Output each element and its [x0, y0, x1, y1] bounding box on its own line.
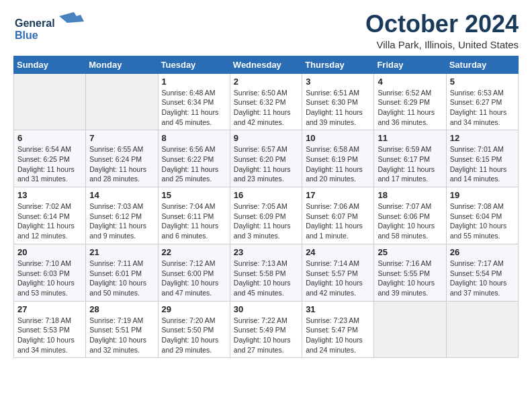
cell-content: Sunrise: 7:02 AMSunset: 6:14 PMDaylight:… [17, 201, 82, 241]
cell-content: Sunrise: 6:59 AMSunset: 6:17 PMDaylight:… [378, 144, 442, 184]
cell-content: Sunrise: 7:08 AMSunset: 6:04 PMDaylight:… [450, 201, 515, 241]
day-header-wednesday: Wednesday [230, 56, 302, 73]
cell-content: Sunrise: 7:11 AMSunset: 6:01 PMDaylight:… [89, 259, 154, 298]
cell-content: Sunrise: 7:01 AMSunset: 6:15 PMDaylight:… [450, 144, 515, 184]
calendar-cell: 23Sunrise: 7:13 AMSunset: 5:58 PMDayligh… [230, 244, 302, 301]
calendar-week-row: 6Sunrise: 6:54 AMSunset: 6:25 PMDaylight… [14, 130, 519, 187]
day-number: 7 [89, 133, 154, 143]
cell-content: Sunrise: 7:14 AMSunset: 5:57 PMDaylight:… [306, 259, 370, 298]
day-number: 26 [450, 247, 515, 257]
svg-text:General: General [15, 17, 55, 29]
day-header-thursday: Thursday [302, 56, 374, 73]
calendar-cell: 31Sunrise: 7:23 AMSunset: 5:47 PMDayligh… [302, 301, 374, 358]
calendar-week-row: 20Sunrise: 7:10 AMSunset: 6:03 PMDayligh… [14, 244, 519, 301]
calendar-cell: 14Sunrise: 7:03 AMSunset: 6:12 PMDayligh… [86, 187, 158, 244]
cell-content: Sunrise: 6:50 AMSunset: 6:32 PMDaylight:… [234, 88, 298, 128]
cell-content: Sunrise: 7:16 AMSunset: 5:55 PMDaylight:… [378, 259, 442, 298]
day-number: 8 [162, 133, 226, 143]
day-number: 5 [450, 77, 515, 87]
cell-content: Sunrise: 7:05 AMSunset: 6:09 PMDaylight:… [234, 201, 298, 241]
calendar-cell: 13Sunrise: 7:02 AMSunset: 6:14 PMDayligh… [14, 187, 86, 244]
day-number: 14 [89, 190, 154, 200]
calendar-cell [14, 73, 86, 130]
calendar-cell: 9Sunrise: 6:57 AMSunset: 6:20 PMDaylight… [230, 130, 302, 187]
cell-content: Sunrise: 6:51 AMSunset: 6:30 PMDaylight:… [306, 88, 370, 128]
calendar-cell: 17Sunrise: 7:06 AMSunset: 6:07 PMDayligh… [302, 187, 374, 244]
day-number: 4 [378, 77, 442, 87]
cell-content: Sunrise: 6:56 AMSunset: 6:22 PMDaylight:… [162, 144, 226, 184]
calendar-cell: 6Sunrise: 6:54 AMSunset: 6:25 PMDaylight… [14, 130, 86, 187]
calendar-cell: 16Sunrise: 7:05 AMSunset: 6:09 PMDayligh… [230, 187, 302, 244]
cell-content: Sunrise: 7:13 AMSunset: 5:58 PMDaylight:… [234, 259, 298, 298]
calendar-cell: 10Sunrise: 6:58 AMSunset: 6:19 PMDayligh… [302, 130, 374, 187]
cell-content: Sunrise: 7:22 AMSunset: 5:49 PMDaylight:… [234, 316, 298, 355]
calendar-cell: 22Sunrise: 7:12 AMSunset: 6:00 PMDayligh… [158, 244, 230, 301]
calendar-cell: 7Sunrise: 6:55 AMSunset: 6:24 PMDaylight… [86, 130, 158, 187]
day-header-tuesday: Tuesday [158, 56, 230, 73]
cell-content: Sunrise: 7:04 AMSunset: 6:11 PMDaylight:… [162, 201, 226, 241]
cell-content: Sunrise: 7:18 AMSunset: 5:53 PMDaylight:… [17, 316, 82, 355]
day-number: 9 [234, 133, 298, 143]
day-header-friday: Friday [374, 56, 446, 73]
calendar-cell [446, 301, 518, 358]
day-number: 24 [306, 247, 370, 257]
day-number: 16 [234, 190, 298, 200]
header: General Blue October 2024 Villa Park, Il… [13, 11, 519, 50]
cell-content: Sunrise: 7:12 AMSunset: 6:00 PMDaylight:… [162, 259, 226, 298]
calendar-cell [86, 73, 158, 130]
cell-content: Sunrise: 7:23 AMSunset: 5:47 PMDaylight:… [306, 316, 370, 355]
day-number: 19 [450, 190, 515, 200]
day-number: 1 [162, 77, 226, 87]
calendar-week-row: 1Sunrise: 6:48 AMSunset: 6:34 PMDaylight… [14, 73, 519, 130]
day-number: 10 [306, 133, 370, 143]
day-number: 29 [162, 304, 226, 314]
calendar-cell [374, 301, 446, 358]
day-number: 12 [450, 133, 515, 143]
calendar-header-row: SundayMondayTuesdayWednesdayThursdayFrid… [14, 56, 519, 73]
day-number: 22 [162, 247, 226, 257]
logo: General Blue [13, 11, 87, 44]
day-number: 15 [162, 190, 226, 200]
cell-content: Sunrise: 7:17 AMSunset: 5:54 PMDaylight:… [450, 259, 515, 298]
day-number: 31 [306, 304, 370, 314]
logo-svg: General Blue [13, 11, 87, 44]
calendar-cell: 1Sunrise: 6:48 AMSunset: 6:34 PMDaylight… [158, 73, 230, 130]
month-title: October 2024 [365, 11, 519, 38]
calendar-cell: 18Sunrise: 7:07 AMSunset: 6:06 PMDayligh… [374, 187, 446, 244]
day-number: 28 [89, 304, 154, 314]
cell-content: Sunrise: 6:54 AMSunset: 6:25 PMDaylight:… [17, 144, 82, 184]
calendar-cell: 21Sunrise: 7:11 AMSunset: 6:01 PMDayligh… [86, 244, 158, 301]
cell-content: Sunrise: 7:06 AMSunset: 6:07 PMDaylight:… [306, 201, 370, 241]
title-block: October 2024 Villa Park, Illinois, Unite… [365, 11, 519, 50]
day-number: 25 [378, 247, 442, 257]
calendar-cell: 29Sunrise: 7:20 AMSunset: 5:50 PMDayligh… [158, 301, 230, 358]
calendar-cell: 4Sunrise: 6:52 AMSunset: 6:29 PMDaylight… [374, 73, 446, 130]
calendar-cell: 8Sunrise: 6:56 AMSunset: 6:22 PMDaylight… [158, 130, 230, 187]
calendar-cell: 28Sunrise: 7:19 AMSunset: 5:51 PMDayligh… [86, 301, 158, 358]
day-number: 6 [17, 133, 82, 143]
cell-content: Sunrise: 7:07 AMSunset: 6:06 PMDaylight:… [378, 201, 442, 241]
calendar-week-row: 13Sunrise: 7:02 AMSunset: 6:14 PMDayligh… [14, 187, 519, 244]
svg-marker-2 [59, 12, 84, 23]
cell-content: Sunrise: 6:53 AMSunset: 6:27 PMDaylight:… [450, 88, 515, 128]
day-number: 27 [17, 304, 82, 314]
calendar-cell: 5Sunrise: 6:53 AMSunset: 6:27 PMDaylight… [446, 73, 518, 130]
calendar-cell: 26Sunrise: 7:17 AMSunset: 5:54 PMDayligh… [446, 244, 518, 301]
day-number: 3 [306, 77, 370, 87]
day-number: 20 [17, 247, 82, 257]
cell-content: Sunrise: 6:48 AMSunset: 6:34 PMDaylight:… [162, 88, 226, 128]
day-header-monday: Monday [86, 56, 158, 73]
cell-content: Sunrise: 6:57 AMSunset: 6:20 PMDaylight:… [234, 144, 298, 184]
cell-content: Sunrise: 7:20 AMSunset: 5:50 PMDaylight:… [162, 316, 226, 355]
cell-content: Sunrise: 6:58 AMSunset: 6:19 PMDaylight:… [306, 144, 370, 184]
calendar-cell: 12Sunrise: 7:01 AMSunset: 6:15 PMDayligh… [446, 130, 518, 187]
calendar-cell: 27Sunrise: 7:18 AMSunset: 5:53 PMDayligh… [14, 301, 86, 358]
calendar-cell: 24Sunrise: 7:14 AMSunset: 5:57 PMDayligh… [302, 244, 374, 301]
calendar-cell: 11Sunrise: 6:59 AMSunset: 6:17 PMDayligh… [374, 130, 446, 187]
calendar-week-row: 27Sunrise: 7:18 AMSunset: 5:53 PMDayligh… [14, 301, 519, 358]
day-header-saturday: Saturday [446, 56, 518, 73]
cell-content: Sunrise: 7:10 AMSunset: 6:03 PMDaylight:… [17, 259, 82, 298]
calendar-cell: 15Sunrise: 7:04 AMSunset: 6:11 PMDayligh… [158, 187, 230, 244]
day-number: 21 [89, 247, 154, 257]
day-number: 30 [234, 304, 298, 314]
